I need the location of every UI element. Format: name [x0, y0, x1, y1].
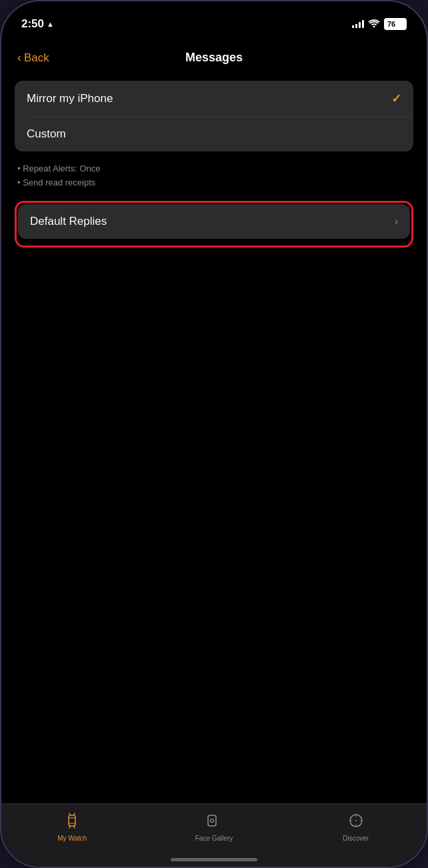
battery-indicator: 76 [384, 18, 407, 30]
signal-bar-3 [359, 22, 361, 28]
signal-bar-1 [352, 25, 354, 28]
chevron-right-icon: › [395, 215, 398, 228]
tab-discover[interactable]: Discover [329, 812, 383, 842]
mirror-custom-group: Mirror my iPhone ✓ Custom [15, 81, 413, 151]
discover-icon [347, 812, 365, 832]
svg-line-6 [74, 826, 75, 828]
home-indicator [171, 858, 257, 861]
tab-bar: My Watch Face Gallery [1, 803, 427, 867]
back-button[interactable]: ‹ Back [17, 51, 49, 65]
my-watch-tab-label: My Watch [57, 835, 87, 842]
wifi-icon [369, 19, 379, 29]
dynamic-island [174, 9, 254, 32]
default-replies-row[interactable]: Default Replies › [18, 204, 410, 239]
tab-my-watch[interactable]: My Watch [45, 812, 99, 842]
mirror-iphone-label: Mirror my iPhone [27, 92, 113, 105]
time-display: 2:50 [21, 17, 44, 31]
svg-line-5 [69, 826, 70, 828]
hint-line-1: • Repeat Alerts: Once [17, 162, 411, 176]
svg-line-3 [69, 813, 70, 815]
signal-bar-4 [362, 20, 364, 28]
signal-bars [352, 20, 364, 28]
navigation-bar: ‹ Back Messages [1, 44, 427, 70]
custom-label: Custom [27, 127, 66, 141]
hint-text: • Repeat Alerts: Once • Send read receip… [15, 157, 413, 201]
default-replies-label: Default Replies [30, 215, 107, 228]
content-area: Mirror my iPhone ✓ Custom • Repeat Alert… [1, 70, 427, 258]
face-gallery-tab-label: Face Gallery [195, 835, 233, 842]
discover-tab-label: Discover [343, 835, 369, 842]
mirror-iphone-row[interactable]: Mirror my iPhone ✓ [15, 81, 413, 117]
location-icon: ▲ [47, 20, 54, 28]
battery-level: 76 [387, 20, 395, 28]
checkmark-icon: ✓ [391, 91, 401, 106]
default-replies-group: Default Replies › [18, 204, 410, 239]
phone-frame: 2:50 ▲ 76 [0, 0, 428, 868]
my-watch-icon [63, 812, 81, 832]
page-title: Messages [185, 51, 243, 65]
svg-line-4 [74, 813, 75, 815]
svg-rect-7 [208, 815, 216, 826]
svg-point-8 [210, 819, 213, 823]
svg-rect-0 [69, 815, 75, 826]
back-label: Back [24, 51, 49, 65]
status-time: 2:50 ▲ [21, 17, 54, 31]
back-chevron-icon: ‹ [17, 51, 21, 65]
signal-bar-2 [355, 24, 357, 28]
hint-line-2: • Send read receipts [17, 176, 411, 190]
custom-row[interactable]: Custom [15, 117, 413, 151]
face-gallery-icon [205, 812, 223, 832]
screen: 2:50 ▲ 76 [1, 1, 427, 867]
status-right: 76 [352, 18, 407, 30]
tab-face-gallery[interactable]: Face Gallery [187, 812, 241, 842]
default-replies-highlight: Default Replies › [15, 201, 413, 248]
svg-point-10 [355, 820, 357, 821]
